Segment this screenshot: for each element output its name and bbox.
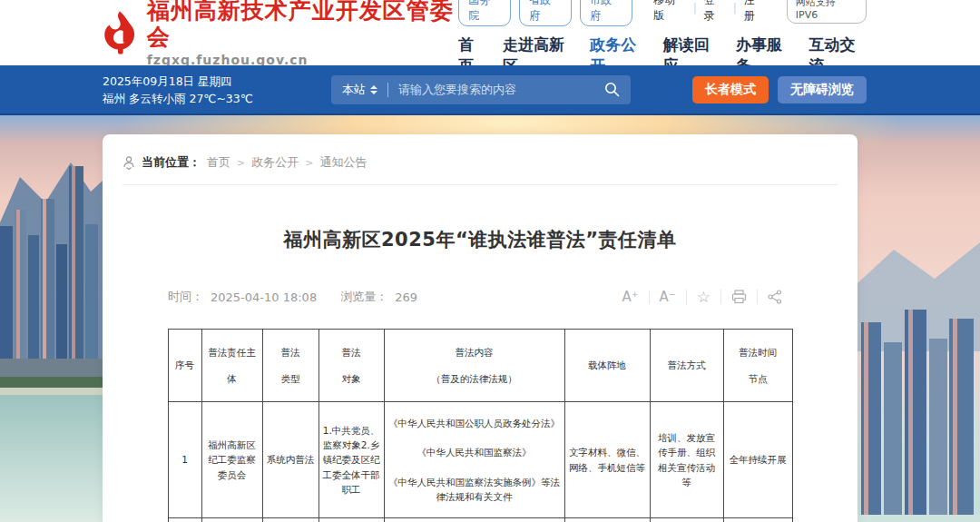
cell-carrier <box>564 518 650 522</box>
location-person-icon <box>122 155 135 170</box>
city-skyline-left <box>0 115 103 522</box>
cell-responsible-body: 福州高新区纪工委监察委员会 <box>201 402 262 518</box>
accessibility-button[interactable]: 无障碍浏览 <box>778 76 867 103</box>
share-icon[interactable] <box>757 290 792 304</box>
link-province-gov[interactable]: 省政府 <box>519 0 572 26</box>
cell-schedule: 全年持续开展 <box>723 402 792 518</box>
col-header-carrier: 载体阵地 <box>564 330 650 402</box>
col-header-content: 普法内容 （普及的法律法规） <box>384 330 564 402</box>
cell-content: 《中华人民共和国公职人员政务处分法》 《中华人民共和国监察法》 《中华人民共和国… <box>384 402 564 518</box>
col-header-responsible-body: 普法责任主体 <box>201 330 262 402</box>
cell-carrier: 文字材料、微信、网络、手机短信等 <box>564 402 650 518</box>
publish-time: 2025-04-10 18:08 <box>211 291 317 304</box>
breadcrumb-separator: > <box>237 157 245 169</box>
cell-target <box>318 518 384 522</box>
views-count: 269 <box>395 291 417 304</box>
search-button[interactable] <box>604 82 620 97</box>
user-links: 移动版 | 登录 | 注册 <box>653 0 766 24</box>
weather-info: 福州 多云转小雨 27℃~33℃ <box>103 90 331 107</box>
col-header-type: 普法 类型 <box>262 330 318 402</box>
time-label: 时间： <box>168 289 203 305</box>
torch-flame-icon <box>103 8 139 57</box>
cell-method <box>650 518 723 522</box>
search-input[interactable] <box>398 83 604 96</box>
cell-schedule <box>723 518 792 522</box>
col-header-target: 普法 对象 <box>318 330 384 402</box>
divider <box>387 83 388 97</box>
divider: | <box>693 2 697 15</box>
cell-responsible-body <box>201 518 262 522</box>
current-date: 2025年09月18日 星期四 <box>103 73 331 90</box>
search-icon <box>604 82 620 97</box>
breadcrumb-separator: > <box>305 157 313 169</box>
content-card: 当前位置： 首页 > 政务公开 > 通知公告 福州高新区2025年“谁执法谁普法… <box>103 134 858 522</box>
cell-type <box>262 518 318 522</box>
site-header: 福州高新技术产业开发区管委会 fzgxq.fuzhou.gov.cn 国务院 省… <box>0 0 980 65</box>
search-scope-select[interactable]: 本站 <box>342 82 377 98</box>
link-city-gov[interactable]: 市政府 <box>580 0 632 26</box>
header-right: 国务院 省政府 市政府 移动版 | 登录 | 注册 网站支持IPV6 首页 走进… <box>458 0 867 76</box>
table-row: 1 福州高新区纪工委监察委员会 系统内普法 1.中共党员、监察对象2.乡镇纪委及… <box>168 402 792 518</box>
favorite-star-icon[interactable]: ☆ <box>686 290 720 305</box>
table-header-row: 序号 普法责任主体 普法 类型 普法 对象 普法内容 （普及的法律法规） 载体阵… <box>168 330 792 402</box>
search-box: 本站 <box>331 75 631 104</box>
date-weather: 2025年09月18日 星期四 福州 多云转小雨 27℃~33℃ <box>103 73 331 107</box>
col-header-index: 序号 <box>168 330 201 402</box>
quick-links-row: 国务院 省政府 市政府 移动版 | 登录 | 注册 网站支持IPV6 <box>458 0 867 26</box>
divider <box>122 184 838 185</box>
brand-text: 福州高新技术产业开发区管委会 fzgxq.fuzhou.gov.cn <box>147 0 459 67</box>
site-logo[interactable]: 福州高新技术产业开发区管委会 fzgxq.fuzhou.gov.cn <box>103 0 458 67</box>
font-increase-button[interactable]: A⁺ <box>612 291 648 304</box>
link-login[interactable]: 登录 <box>704 0 726 24</box>
topbar-buttons: 长者模式 无障碍浏览 <box>692 76 867 103</box>
breadcrumb: 当前位置： 首页 > 政务公开 > 通知公告 <box>103 134 858 171</box>
cell-index <box>168 518 201 522</box>
search-scope-value: 本站 <box>342 82 366 98</box>
breadcrumb-gov-affairs[interactable]: 政务公开 <box>251 154 299 171</box>
cell-content <box>384 518 564 522</box>
views-label: 浏览量： <box>340 289 387 305</box>
link-register[interactable]: 注册 <box>744 0 766 24</box>
cell-index: 1 <box>168 402 201 518</box>
article-title: 福州高新区2025年“谁执法谁普法”责任清单 <box>103 227 858 252</box>
elder-mode-button[interactable]: 长者模式 <box>692 76 769 103</box>
caret-updown-icon <box>370 85 377 94</box>
link-mobile-version[interactable]: 移动版 <box>653 0 686 24</box>
site-title: 福州高新技术产业开发区管委会 <box>147 0 459 51</box>
col-header-schedule: 普法时间 节点 <box>723 330 792 402</box>
breadcrumb-label: 当前位置： <box>142 154 201 171</box>
topbar: 2025年09月18日 星期四 福州 多云转小雨 27℃~33℃ 本站 长者模式… <box>0 65 980 115</box>
link-state-council[interactable]: 国务院 <box>458 0 511 26</box>
ipv6-badge[interactable]: 网站支持IPV6 <box>787 0 867 24</box>
cell-method: 培训、发放宣传手册、组织相关宣传活动等 <box>650 402 723 518</box>
font-decrease-button[interactable]: A⁻ <box>649 291 686 304</box>
article-tools: A⁺ A⁻ ☆ <box>612 290 792 305</box>
col-header-method: 普法方式 <box>650 330 723 402</box>
law-popularization-table: 序号 普法责任主体 普法 类型 普法 对象 普法内容 （普及的法律法规） 载体阵… <box>168 329 793 522</box>
article-meta: 时间： 2025-04-10 18:08 浏览量： 269 A⁺ A⁻ ☆ <box>168 289 792 305</box>
print-icon[interactable] <box>720 290 757 304</box>
cell-type: 系统内普法 <box>262 402 318 518</box>
page: 福州高新技术产业开发区管委会 fzgxq.fuzhou.gov.cn 国务院 省… <box>0 0 980 522</box>
divider: | <box>733 2 737 15</box>
city-skyline-right <box>858 115 980 522</box>
breadcrumb-home[interactable]: 首页 <box>207 154 230 171</box>
cell-target: 1.中共党员、监察对象2.乡镇纪委及区纪工委全体干部职工 <box>318 402 384 518</box>
table-row <box>168 518 792 522</box>
breadcrumb-notices[interactable]: 通知公告 <box>319 154 367 171</box>
